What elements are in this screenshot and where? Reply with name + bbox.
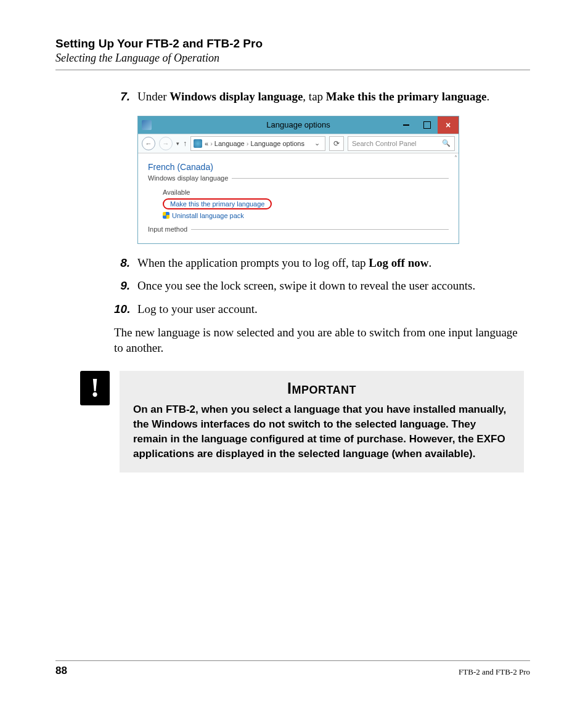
- input-method-group: Input method: [148, 229, 449, 238]
- window-titlebar: Language options ×: [138, 116, 459, 134]
- important-box: Important On an FTB-2, when you select a…: [120, 371, 524, 473]
- step-number: 10.: [114, 301, 137, 317]
- control-panel-icon: [194, 139, 202, 148]
- page-footer: 88 FTB-2 and FTB-2 Pro: [55, 660, 530, 677]
- search-input[interactable]: Search Control Panel 🔍: [348, 136, 455, 151]
- step-body: Under Windows display language, tap Make…: [137, 89, 521, 105]
- step-number: 9.: [114, 278, 137, 294]
- minimize-button[interactable]: [396, 116, 417, 134]
- group-label: Windows display language: [148, 174, 232, 182]
- shield-icon: [163, 212, 169, 219]
- forward-button[interactable]: →: [159, 137, 173, 150]
- search-placeholder: Search Control Panel: [352, 140, 417, 147]
- important-callout: ! Important On an FTB-2, when you select…: [80, 371, 524, 473]
- refresh-button[interactable]: ⟳: [329, 136, 344, 151]
- maximize-button[interactable]: [417, 116, 438, 134]
- bold-text: Log off now: [369, 256, 428, 269]
- breadcrumb-dropdown[interactable]: ⌄: [311, 139, 322, 147]
- back-button[interactable]: ←: [142, 137, 155, 150]
- text: Under: [137, 90, 169, 103]
- bold-text: Windows display language: [169, 90, 303, 103]
- breadcrumb-segment[interactable]: Language: [214, 140, 245, 147]
- step-9: 9. Once you see the lock screen, swipe i…: [114, 278, 521, 294]
- chevron-right-icon: ›: [247, 140, 249, 147]
- product-name: FTB-2 and FTB-2 Pro: [459, 667, 530, 677]
- step-number: 7.: [114, 89, 137, 105]
- display-language-group: Windows display language Available Make …: [148, 178, 449, 223]
- text: , tap: [303, 90, 325, 103]
- up-button[interactable]: ↑: [183, 139, 187, 148]
- chevron-right-icon: ›: [210, 140, 213, 147]
- text: .: [428, 256, 431, 269]
- recent-locations-dropdown[interactable]: ▾: [176, 140, 179, 147]
- step-body: When the application prompts you to log …: [137, 255, 521, 271]
- make-primary-language-link[interactable]: Make this the primary language: [163, 198, 272, 209]
- breadcrumb[interactable]: « › Language › Language options ⌄: [190, 136, 325, 151]
- available-label: Available: [163, 189, 449, 196]
- close-button[interactable]: ×: [438, 116, 459, 134]
- step-10: 10. Log to your user account.: [114, 301, 521, 317]
- window-content: ˄ French (Canada) Windows display langua…: [138, 153, 459, 243]
- bold-text: Make this the primary language: [326, 90, 487, 103]
- important-title: Important: [133, 379, 510, 397]
- section-subtitle: Selecting the Language of Operation: [55, 52, 530, 65]
- text: When the application prompts you to log …: [137, 256, 369, 269]
- step-8: 8. When the application prompts you to l…: [114, 255, 521, 271]
- important-text: On an FTB-2, when you select a language …: [133, 402, 510, 462]
- language-options-window: Language options × ← → ▾ ↑ « › Language …: [137, 116, 459, 244]
- step-body: Once you see the lock screen, swipe it d…: [137, 278, 521, 294]
- uninstall-label: Uninstall language pack: [172, 212, 244, 219]
- step-body: Log to your user account.: [137, 301, 521, 317]
- language-heading: French (Canada): [148, 162, 449, 172]
- address-bar: ← → ▾ ↑ « › Language › Language options …: [138, 134, 459, 153]
- step-7: 7. Under Windows display language, tap M…: [114, 89, 521, 105]
- header-divider: [55, 70, 530, 70]
- breadcrumb-segment[interactable]: Language options: [250, 140, 304, 147]
- group-label: Input method: [148, 225, 191, 233]
- search-icon: 🔍: [442, 139, 451, 147]
- scroll-up-icon[interactable]: ˄: [454, 155, 457, 161]
- closing-paragraph: The new language is now selected and you…: [114, 325, 521, 356]
- page-number: 88: [55, 665, 67, 677]
- chapter-title: Setting Up Your FTB-2 and FTB-2 Pro: [55, 37, 530, 51]
- breadcrumb-root: «: [205, 140, 208, 147]
- text: .: [487, 90, 490, 103]
- exclamation-icon: !: [80, 371, 110, 405]
- step-number: 8.: [114, 255, 137, 271]
- uninstall-language-link[interactable]: Uninstall language pack: [163, 212, 449, 219]
